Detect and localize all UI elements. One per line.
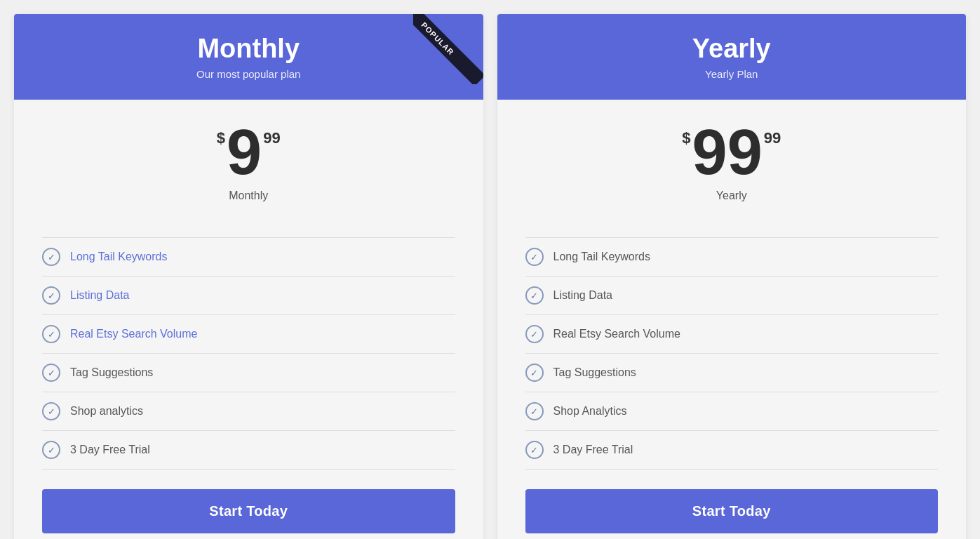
- card-body-yearly: $9999Yearly✓Long Tail Keywords✓Listing D…: [497, 100, 967, 539]
- price-section-yearly: $9999Yearly: [525, 121, 939, 216]
- feature-label: Listing Data: [70, 289, 130, 302]
- check-icon: ✓: [42, 364, 60, 382]
- plan-title-yearly: Yearly: [692, 34, 771, 64]
- list-item: ✓Long Tail Keywords: [525, 237, 939, 277]
- feature-label: Real Etsy Search Volume: [553, 328, 680, 340]
- feature-label: Long Tail Keywords: [70, 251, 167, 263]
- card-header-yearly: YearlyYearly Plan: [497, 14, 967, 100]
- check-icon: ✓: [525, 325, 544, 343]
- check-icon: ✓: [525, 248, 544, 266]
- feature-label: Shop analytics: [70, 405, 143, 418]
- list-item: ✓3 Day Free Trial: [42, 431, 455, 470]
- feature-label: 3 Day Free Trial: [553, 444, 633, 456]
- list-item: ✓Real Etsy Search Volume: [42, 315, 455, 354]
- price-cents-monthly: 99: [263, 129, 280, 147]
- check-icon: ✓: [42, 325, 60, 343]
- plan-title-monthly: Monthly: [197, 34, 300, 64]
- price-section-monthly: $999Monthly: [42, 121, 455, 216]
- features-list-yearly: ✓Long Tail Keywords✓Listing Data✓Real Et…: [525, 237, 939, 470]
- list-item: ✓3 Day Free Trial: [525, 431, 939, 470]
- price-dollar-monthly: $: [217, 129, 225, 147]
- list-item: ✓Tag Suggestions: [525, 354, 939, 392]
- feature-label: Tag Suggestions: [553, 366, 636, 379]
- plan-subtitle-yearly: Yearly Plan: [705, 68, 758, 80]
- feature-label: Long Tail Keywords: [553, 251, 650, 263]
- price-main-yearly: 99: [692, 121, 763, 184]
- check-icon: ✓: [525, 402, 544, 420]
- feature-label: 3 Day Free Trial: [70, 444, 150, 456]
- pricing-container: MonthlyOur most popular plan$999Monthly✓…: [14, 14, 966, 539]
- list-item: ✓Long Tail Keywords: [42, 237, 455, 277]
- list-item: ✓Real Etsy Search Volume: [525, 315, 939, 354]
- pricing-card-yearly: YearlyYearly Plan$9999Yearly✓Long Tail K…: [497, 14, 967, 539]
- plan-subtitle-monthly: Our most popular plan: [196, 68, 300, 80]
- list-item: ✓Shop analytics: [42, 392, 455, 431]
- card-header-monthly: MonthlyOur most popular plan: [14, 14, 483, 100]
- price-cents-yearly: 99: [764, 129, 781, 147]
- pricing-card-monthly: MonthlyOur most popular plan$999Monthly✓…: [14, 14, 483, 539]
- list-item: ✓Tag Suggestions: [42, 354, 455, 392]
- card-body-monthly: $999Monthly✓Long Tail Keywords✓Listing D…: [14, 100, 483, 539]
- check-icon: ✓: [525, 286, 544, 305]
- price-display-monthly: $999: [42, 121, 455, 184]
- list-item: ✓Listing Data: [525, 277, 939, 315]
- check-icon: ✓: [42, 286, 60, 305]
- check-icon: ✓: [42, 441, 60, 459]
- price-display-yearly: $9999: [525, 121, 939, 184]
- list-item: ✓Listing Data: [42, 277, 455, 315]
- price-period-yearly: Yearly: [525, 189, 939, 202]
- popular-badge: [413, 14, 483, 84]
- check-icon: ✓: [525, 441, 544, 459]
- list-item: ✓Shop Analytics: [525, 392, 939, 431]
- check-icon: ✓: [525, 364, 544, 382]
- price-period-monthly: Monthly: [42, 189, 455, 202]
- start-button-monthly[interactable]: Start Today: [42, 489, 455, 533]
- start-button-yearly[interactable]: Start Today: [525, 489, 939, 533]
- features-list-monthly: ✓Long Tail Keywords✓Listing Data✓Real Et…: [42, 237, 455, 470]
- check-icon: ✓: [42, 402, 60, 420]
- price-dollar-yearly: $: [682, 129, 690, 147]
- price-main-monthly: 9: [227, 121, 262, 184]
- feature-label: Listing Data: [553, 289, 613, 302]
- feature-label: Tag Suggestions: [70, 366, 153, 379]
- feature-label: Real Etsy Search Volume: [70, 328, 197, 340]
- check-icon: ✓: [42, 248, 60, 266]
- feature-label: Shop Analytics: [553, 405, 627, 418]
